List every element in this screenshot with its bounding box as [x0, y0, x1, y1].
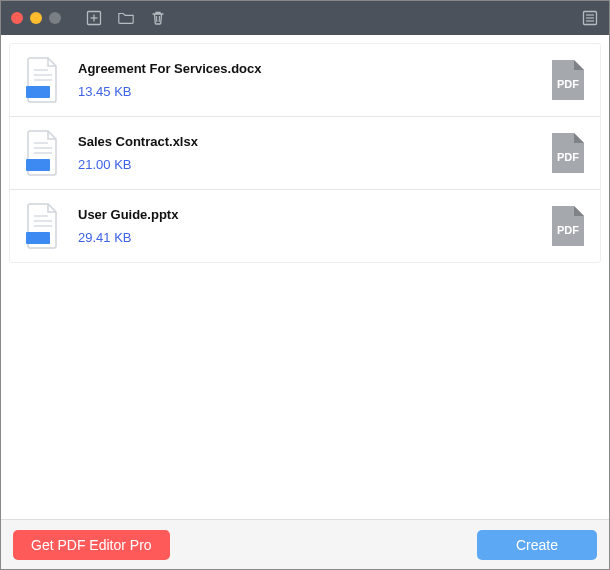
create-button[interactable]: Create: [477, 530, 597, 560]
pdf-icon: PDF: [550, 58, 586, 102]
close-window-button[interactable]: [11, 12, 23, 24]
minimize-window-button[interactable]: [30, 12, 42, 24]
document-icon: [24, 202, 64, 250]
file-name: Agreement For Services.docx: [78, 61, 536, 76]
file-row[interactable]: Sales Contract.xlsx21.00 KBPDF: [10, 117, 600, 190]
file-size: 29.41 KB: [78, 230, 536, 245]
add-file-icon[interactable]: [85, 9, 103, 27]
document-icon: [24, 56, 64, 104]
titlebar: [1, 1, 609, 35]
file-name: User Guide.pptx: [78, 207, 536, 222]
get-pdf-editor-pro-button[interactable]: Get PDF Editor Pro: [13, 530, 170, 560]
list-icon[interactable]: [581, 9, 599, 27]
file-info: Agreement For Services.docx13.45 KB: [78, 61, 536, 99]
file-info: User Guide.pptx29.41 KB: [78, 207, 536, 245]
pdf-icon: PDF: [550, 131, 586, 175]
document-icon: [24, 129, 64, 177]
svg-text:PDF: PDF: [557, 151, 579, 163]
svg-rect-17: [26, 159, 50, 171]
toolbar-icons: [85, 9, 167, 27]
file-name: Sales Contract.xlsx: [78, 134, 536, 149]
trash-icon[interactable]: [149, 9, 167, 27]
svg-rect-22: [26, 232, 50, 244]
content-area: Agreement For Services.docx13.45 KBPDFSa…: [1, 35, 609, 519]
folder-icon[interactable]: [117, 9, 135, 27]
pdf-icon: PDF: [550, 204, 586, 248]
file-size: 13.45 KB: [78, 84, 536, 99]
file-list: Agreement For Services.docx13.45 KBPDFSa…: [9, 43, 601, 263]
file-row[interactable]: User Guide.pptx29.41 KBPDF: [10, 190, 600, 262]
svg-rect-12: [26, 86, 50, 98]
file-row[interactable]: Agreement For Services.docx13.45 KBPDF: [10, 44, 600, 117]
footer: Get PDF Editor Pro Create: [1, 519, 609, 569]
maximize-window-button[interactable]: [49, 12, 61, 24]
svg-text:PDF: PDF: [557, 224, 579, 236]
window-controls: [11, 12, 61, 24]
file-size: 21.00 KB: [78, 157, 536, 172]
svg-text:PDF: PDF: [557, 78, 579, 90]
file-info: Sales Contract.xlsx21.00 KB: [78, 134, 536, 172]
